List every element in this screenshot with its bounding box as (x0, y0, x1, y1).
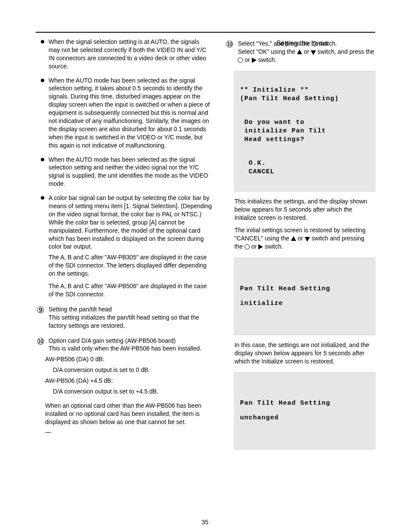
paragraph: This initializes the settings, and the d… (234, 197, 375, 222)
step-line: D/A conversion output is set to +4.5 dB. (53, 387, 212, 396)
screen-line: (Pan Tilt Head Setting) (240, 95, 339, 102)
screen-line: Pan Tilt Head Setting (240, 285, 370, 293)
screen-line: unchanged (240, 414, 370, 422)
arrow-right-icon (252, 58, 257, 63)
screen-line: Do you want to (240, 119, 304, 126)
step-line: or switch. (238, 56, 375, 64)
enter-icon (245, 244, 250, 249)
circled-number-9-icon: ⑨ (36, 305, 45, 314)
screen-line: Head settings? (240, 136, 304, 143)
arrow-down-icon (305, 237, 310, 242)
step-title: Option card D/A gain setting (AW-PB506 b… (49, 337, 212, 345)
no-item-dash: — (45, 428, 212, 436)
paragraph: In this case, the settings are not initi… (234, 341, 375, 366)
lcd-screen: Pan Tilt Head Setting initialize (234, 258, 375, 335)
bullet-item: When the signal selection setting is at … (36, 38, 212, 71)
bullet-item: When the AUTO mode has been selected as … (36, 77, 212, 150)
step-body: This is valid only when the AW-PB506 has… (49, 344, 212, 353)
step-line: Select "OK" using the or switch, and pre… (238, 48, 375, 56)
note-text: The A, B and C after "AW-PB305" are disp… (49, 253, 212, 278)
bullet-item: A color bar signal can be output by sele… (36, 194, 212, 251)
screen-line: initialize (240, 299, 370, 308)
bullet-text: A color bar signal can be output by sele… (49, 194, 212, 251)
enter-icon (312, 41, 317, 46)
enter-icon (238, 58, 243, 63)
arrow-up-icon (297, 49, 302, 54)
paragraph: the or switch. (234, 243, 375, 251)
bullet-icon (41, 79, 44, 82)
bullet-text: When the AUTO mode has been selected as … (49, 77, 212, 150)
lcd-screen: Pan Tilt Head Setting unchanged (234, 372, 375, 449)
lcd-screen: ** Initialize ** (Pan Tilt Head Setting)… (234, 71, 375, 192)
screen-line-cancel[interactable]: CANCEL (240, 168, 274, 175)
bullet-item: When the AUTO mode has been selected as … (36, 156, 212, 188)
page-number: 35 (0, 518, 410, 526)
right-column: ⑩ Select "Yes," and press the switch. Se… (225, 35, 375, 449)
step-title: Setting the pan/tilt head (49, 305, 212, 314)
paragraph: The initial settings screen is restored … (234, 226, 375, 243)
left-column: When the signal selection setting is at … (36, 35, 212, 449)
note-text: The A, B and C after "AW-PB506" are disp… (49, 282, 212, 298)
screen-line: Pan Tilt Head Setting (240, 399, 370, 408)
screen-line: ** Initialize ** (240, 86, 309, 94)
bullet-icon (41, 158, 44, 161)
bullet-text: When the AUTO mode has been selected as … (49, 156, 212, 188)
arrow-down-icon (311, 50, 316, 55)
step-line: D/A conversion output is set to 0 dB. (53, 366, 212, 374)
step-line: AW-PB506 (DA) +4.5 dB: (45, 377, 212, 385)
circled-number-10-icon: ⑩ (225, 40, 234, 49)
arrow-right-icon (258, 244, 263, 249)
bullet-icon (41, 196, 44, 200)
step-row: ⑨ Setting the pan/tilt head This setting… (36, 305, 212, 330)
step-body: This setting initializes the pan/tilt he… (49, 314, 212, 330)
bullet-icon (41, 40, 44, 43)
screen-line-ok[interactable]: O.K. (240, 160, 266, 167)
screen-line: initialize Pan Tilt (240, 127, 326, 135)
step-line: AW-PB506 (DA) 0 dB: (45, 355, 212, 363)
arrow-up-icon (291, 236, 296, 241)
circled-number-10-icon: ⑩ (36, 337, 45, 346)
page-title: Setting the Items (276, 39, 328, 48)
step-row: ⑩ Option card D/A gain setting (AW-PB506… (36, 337, 212, 353)
horizontal-rule (36, 32, 375, 33)
bullet-text: When the signal selection setting is at … (49, 38, 212, 71)
step-note: When an optional card other than the AW-… (45, 402, 212, 426)
